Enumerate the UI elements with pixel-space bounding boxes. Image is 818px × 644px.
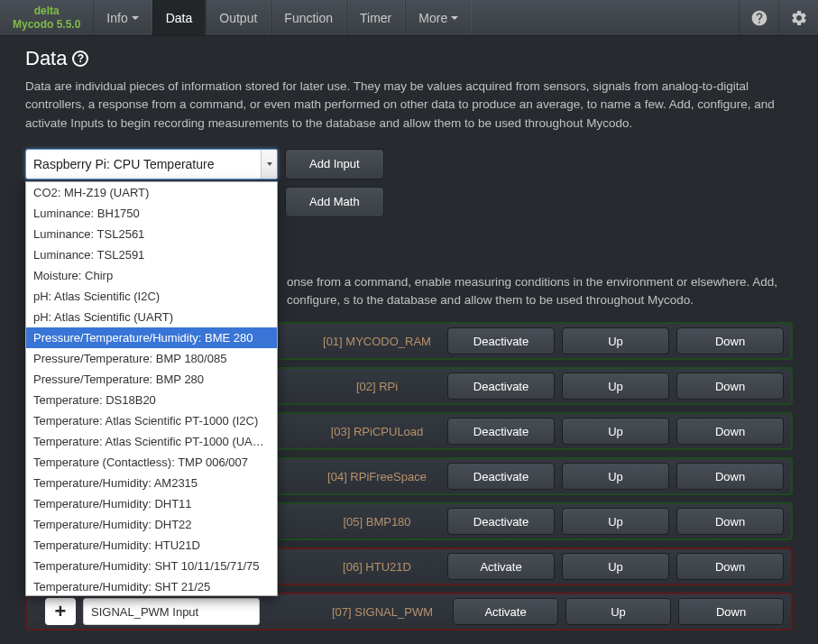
down-button[interactable]: Down — [676, 373, 784, 400]
add-input-button[interactable]: Add Input — [285, 149, 384, 179]
select-value: Raspberry Pi: CPU Temperature — [33, 157, 214, 171]
brand: delta Mycodo 5.5.0 — [0, 0, 93, 35]
page-title: Data ? — [25, 47, 793, 70]
row-id-label: [03] RPiCPULoad — [314, 425, 440, 438]
dropdown-option[interactable]: Temperature (Contactless): TMP 006/007 — [26, 452, 277, 473]
dropdown-option[interactable]: pH: Atlas Scientific (I2C) — [26, 286, 277, 307]
deactivate-button[interactable]: Deactivate — [447, 373, 555, 400]
activate-button[interactable]: Activate — [447, 553, 555, 580]
dropdown-option[interactable]: Temperature/Humidity: SHT 21/25 — [26, 576, 277, 596]
deactivate-button[interactable]: Deactivate — [447, 327, 555, 354]
row-id-label: [02] RPi — [314, 380, 440, 393]
up-button[interactable]: Up — [562, 553, 669, 580]
page-intro: Data are individual pieces of informatio… — [25, 78, 793, 133]
dropdown-option[interactable]: CO2: MH-Z19 (UART) — [26, 182, 277, 203]
chevron-down-icon — [451, 16, 458, 20]
dropdown-option[interactable]: Moisture: Chirp — [26, 265, 277, 286]
down-button[interactable]: Down — [676, 463, 784, 490]
down-button[interactable]: Down — [676, 553, 784, 580]
down-button[interactable]: Down — [676, 327, 784, 354]
nav-timer[interactable]: Timer — [346, 0, 405, 35]
up-button[interactable]: Up — [562, 373, 669, 400]
dropdown-option[interactable]: Luminance: TSL2591 — [26, 244, 277, 265]
add-math-button[interactable]: Add Math — [285, 187, 384, 217]
page-help-icon[interactable]: ? — [72, 51, 88, 67]
input-type-select[interactable]: Raspberry Pi: CPU Temperature — [25, 149, 278, 179]
navbar: delta Mycodo 5.5.0 InfoDataOutputFunctio… — [0, 0, 818, 36]
up-button[interactable]: Up — [562, 327, 669, 354]
dropdown-option[interactable]: pH: Atlas Scientific (UART) — [26, 307, 277, 327]
help-icon[interactable] — [739, 0, 778, 35]
row-id-label: [05] BMP180 — [314, 515, 440, 529]
dropdown-option[interactable]: Pressure/Temperature: BMP 280 — [26, 369, 277, 390]
row-id-label: [04] RPiFreeSpace — [314, 470, 440, 483]
dropdown-option[interactable]: Pressure/Temperature: BMP 180/085 — [26, 348, 277, 369]
dropdown-option[interactable]: Temperature/Humidity: DHT11 — [26, 493, 277, 514]
up-button[interactable]: Up — [565, 598, 671, 625]
dropdown-option[interactable]: Luminance: TSL2561 — [26, 224, 277, 244]
chevron-down-icon — [132, 16, 139, 20]
row-id-label: [01] MYCODO_RAM — [314, 335, 440, 348]
chevron-down-icon[interactable] — [261, 150, 277, 179]
nav-function[interactable]: Function — [271, 0, 346, 35]
dropdown-option[interactable]: Pressure/Temperature/Humidity: BME 280 — [26, 327, 277, 348]
up-button[interactable]: Up — [562, 508, 669, 535]
dropdown-option[interactable]: Temperature: Atlas Scientific PT-1000 (I… — [26, 410, 277, 431]
brand-name: delta — [13, 5, 80, 17]
activate-button[interactable]: Activate — [453, 598, 558, 625]
up-button[interactable]: Up — [562, 463, 669, 490]
dropdown-option[interactable]: Luminance: BH1750 — [26, 203, 277, 224]
input-row: +[07] SIGNAL_PWMActivateUpDown — [25, 593, 793, 630]
gear-icon[interactable] — [778, 0, 818, 35]
nav-data[interactable]: Data — [152, 0, 207, 35]
input-type-dropdown: CO2: MH-Z19 (UART)Luminance: BH1750Lumin… — [25, 181, 278, 596]
expand-icon[interactable]: + — [45, 598, 76, 625]
down-button[interactable]: Down — [678, 598, 784, 625]
row-id-label: [06] HTU21D — [314, 560, 440, 574]
deactivate-button[interactable]: Deactivate — [447, 418, 555, 445]
nav-info[interactable]: Info — [93, 0, 152, 35]
dropdown-option[interactable]: Temperature/Humidity: DHT22 — [26, 514, 277, 535]
nav-output[interactable]: Output — [206, 0, 271, 35]
down-button[interactable]: Down — [676, 508, 784, 535]
dropdown-option[interactable]: Temperature/Humidity: HTU21D — [26, 535, 277, 556]
up-button[interactable]: Up — [562, 418, 669, 445]
brand-version: Mycodo 5.5.0 — [13, 18, 80, 31]
page-title-text: Data — [25, 47, 67, 70]
down-button[interactable]: Down — [676, 418, 784, 445]
dropdown-option[interactable]: Temperature: Atlas Scientific PT-1000 (U… — [26, 431, 277, 452]
deactivate-button[interactable]: Deactivate — [447, 508, 555, 535]
row-id-label: [07] SIGNAL_PWM — [319, 605, 446, 619]
row-name-input[interactable] — [83, 598, 260, 625]
dropdown-option[interactable]: Temperature/Humidity: SHT 10/11/15/71/75 — [26, 556, 277, 576]
deactivate-button[interactable]: Deactivate — [447, 463, 555, 490]
dropdown-option[interactable]: Temperature/Humidity: AM2315 — [26, 473, 277, 493]
dropdown-option[interactable]: Temperature: DS18B20 — [26, 390, 277, 410]
nav-more[interactable]: More — [405, 0, 472, 35]
